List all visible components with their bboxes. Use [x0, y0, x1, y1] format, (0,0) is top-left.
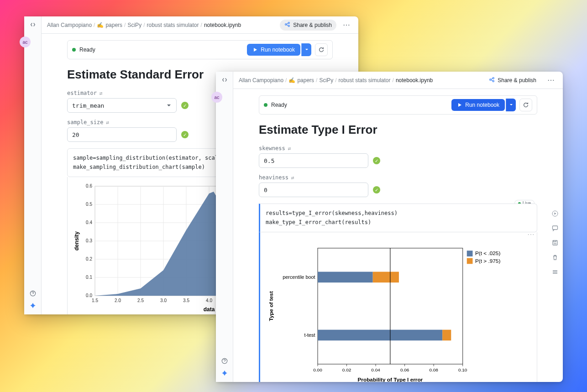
crumb-folder2[interactable]: SciPy — [127, 22, 142, 28]
crumb-folder1[interactable]: papers — [105, 22, 122, 28]
svg-text:data: data — [204, 306, 215, 313]
menu-lines-icon[interactable] — [550, 267, 560, 277]
estimator-select[interactable]: trim_mean — [67, 98, 177, 113]
sample-size-input[interactable]: 20 — [67, 127, 177, 142]
kernel-status-bar: Ready Run notebook — [67, 40, 333, 59]
left-rail — [24, 16, 42, 314]
share-publish-button[interactable]: Share & publish — [280, 20, 336, 31]
svg-text:0.6: 0.6 — [86, 183, 92, 188]
notebook-window-right: ac Allan Campopiano / ✍️ papers / SciPy … — [216, 72, 563, 382]
svg-rect-48 — [318, 272, 373, 282]
run-cell-icon[interactable] — [550, 209, 560, 219]
crumb-user[interactable]: Allan Campopiano — [47, 22, 92, 28]
restart-kernel-button[interactable] — [315, 43, 328, 56]
svg-text:P(t > .975): P(t > .975) — [475, 257, 500, 264]
status-text: Ready — [271, 102, 287, 108]
restart-kernel-button[interactable] — [519, 99, 532, 111]
svg-text:0.3: 0.3 — [86, 238, 92, 243]
heaviness-label: heaviness ⇄ — [259, 174, 537, 181]
success-check-icon: ✓ — [181, 102, 189, 109]
svg-text:0.1: 0.1 — [86, 275, 92, 280]
tune-icon: ⇄ — [100, 90, 103, 96]
folder-emoji: ✍️ — [97, 22, 104, 28]
notebook-content-right: Ready Run notebook Estimate Type I Error… — [233, 89, 563, 382]
crumb-folder3[interactable]: robust stats simulator — [338, 77, 390, 84]
svg-text:Type of test: Type of test — [268, 291, 274, 321]
more-menu-icon[interactable]: ⋯ — [545, 75, 557, 85]
crumb-user[interactable]: Allan Campopiano — [239, 77, 283, 84]
crumb-folder1[interactable]: papers — [297, 77, 314, 84]
svg-text:t-test: t-test — [304, 332, 315, 338]
svg-text:0.2: 0.2 — [86, 256, 92, 261]
svg-rect-52 — [442, 329, 451, 340]
share-icon — [284, 21, 290, 29]
crumb-folder3[interactable]: robust stats simulator — [147, 22, 199, 28]
svg-rect-69 — [467, 251, 473, 256]
svg-point-1 — [285, 23, 287, 25]
success-check-icon: ✓ — [373, 186, 380, 193]
run-dropdown-button[interactable] — [506, 99, 516, 111]
svg-text:Probability of Type I error: Probability of Type I error — [358, 376, 423, 382]
user-avatar[interactable]: ac — [20, 37, 31, 47]
run-notebook-button[interactable]: Run notebook — [451, 99, 505, 111]
breadcrumb-bar: Allan Campopiano / ✍️ papers / SciPy / r… — [233, 72, 563, 89]
toggle-sidebar-icon[interactable] — [219, 74, 230, 85]
chevron-down-icon — [166, 103, 172, 108]
delete-icon[interactable] — [550, 252, 560, 262]
svg-text:1.5: 1.5 — [92, 298, 98, 303]
share-icon — [489, 77, 495, 84]
svg-rect-51 — [318, 329, 442, 340]
svg-rect-74 — [553, 226, 558, 230]
app-logo-icon[interactable] — [27, 301, 38, 312]
svg-text:0.10: 0.10 — [458, 367, 467, 372]
section-title: Estimate Type I Error — [259, 123, 537, 137]
svg-text:0.06: 0.06 — [400, 367, 409, 372]
svg-text:0.08: 0.08 — [429, 367, 438, 372]
crumb-folder2[interactable]: SciPy — [319, 77, 333, 84]
svg-point-3 — [288, 25, 289, 26]
help-icon[interactable] — [27, 288, 38, 299]
run-notebook-button[interactable]: Run notebook — [247, 44, 300, 56]
code-cell[interactable]: results=type_I_error(skewness,heaviness)… — [259, 204, 537, 232]
svg-point-2 — [288, 22, 289, 23]
share-label: Share & publish — [293, 22, 332, 28]
left-rail — [216, 72, 233, 382]
svg-text:0.04: 0.04 — [371, 367, 380, 372]
toggle-sidebar-icon[interactable] — [27, 19, 38, 30]
svg-text:0.4: 0.4 — [86, 220, 92, 225]
status-dot-icon — [72, 48, 76, 52]
app-logo-icon[interactable] — [219, 368, 230, 379]
right-rail — [550, 209, 560, 277]
skewness-label: skewness ⇄ — [259, 145, 537, 152]
svg-text:2.0: 2.0 — [115, 298, 121, 303]
svg-text:3.5: 3.5 — [183, 298, 189, 303]
success-check-icon: ✓ — [373, 157, 380, 164]
crumb-file[interactable]: notebook.ipynb — [396, 77, 433, 84]
tune-icon: ⇄ — [288, 146, 291, 152]
status-dot-icon — [264, 103, 267, 107]
svg-text:0.0: 0.0 — [86, 293, 92, 298]
more-menu-icon[interactable]: ⋯ — [340, 20, 353, 30]
folder-emoji: ✍️ — [288, 77, 295, 84]
tune-icon: ⇄ — [291, 175, 294, 181]
svg-text:P(t < .025): P(t < .025) — [475, 250, 500, 256]
svg-text:0.02: 0.02 — [342, 367, 351, 372]
save-icon[interactable] — [550, 238, 560, 248]
breadcrumb-bar: Allan Campopiano / ✍️ papers / SciPy / r… — [42, 16, 358, 34]
share-label: Share & publish — [498, 77, 536, 84]
comment-icon[interactable] — [550, 223, 560, 233]
status-text: Ready — [79, 47, 95, 53]
run-dropdown-button[interactable] — [301, 43, 311, 56]
svg-rect-71 — [467, 258, 473, 264]
heaviness-input[interactable]: 0 — [259, 183, 368, 197]
crumb-file[interactable]: notebook.ipynb — [204, 22, 241, 28]
share-publish-button[interactable]: Share & publish — [484, 75, 541, 86]
svg-text:density: density — [73, 231, 80, 250]
success-check-icon: ✓ — [181, 131, 189, 138]
help-icon[interactable] — [219, 355, 230, 366]
skewness-input[interactable]: 0.5 — [259, 153, 368, 168]
kernel-status-bar: Ready Run notebook — [259, 95, 537, 115]
chart-menu-icon[interactable]: ⋯ — [527, 230, 535, 239]
tune-icon: ⇄ — [106, 120, 109, 125]
user-avatar[interactable]: ac — [211, 92, 222, 103]
